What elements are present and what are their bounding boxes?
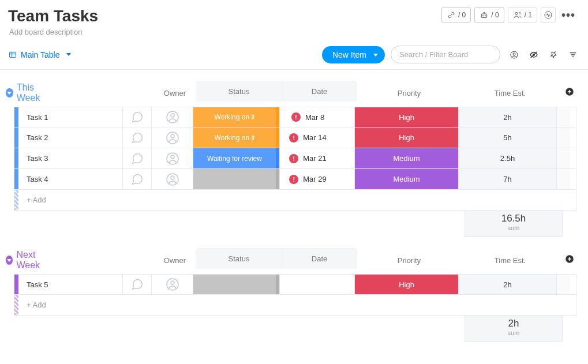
column-header-time[interactable]: Time Est. (461, 256, 559, 265)
person-filter-icon[interactable] (510, 50, 519, 59)
automations-badge[interactable]: / 0 (474, 7, 504, 23)
time-est-cell[interactable]: 7h (458, 169, 556, 189)
chat-icon[interactable] (122, 127, 151, 148)
activity-button[interactable] (541, 7, 556, 23)
group-title[interactable]: Next Week (16, 250, 51, 271)
row-spacer (556, 275, 570, 294)
row-color-bar (14, 295, 18, 315)
time-est-cell[interactable]: 2h (458, 275, 556, 294)
chat-icon[interactable] (122, 148, 151, 168)
status-cell[interactable] (193, 169, 279, 189)
column-header-date[interactable]: Date (282, 81, 357, 102)
robot-icon (480, 10, 489, 20)
hide-icon[interactable] (529, 50, 538, 59)
status-cell[interactable]: Working on it (193, 127, 279, 148)
priority-cell[interactable]: High (354, 107, 458, 127)
row-spacer (556, 169, 570, 189)
svg-point-11 (171, 114, 174, 117)
item-name[interactable]: Task 3 (18, 148, 122, 168)
chat-icon[interactable] (122, 169, 151, 189)
priority-cell[interactable]: High (354, 127, 458, 148)
item-name[interactable]: Task 5 (18, 275, 122, 294)
new-item-button[interactable]: New Item (322, 46, 385, 63)
collapse-icon[interactable] (6, 256, 13, 265)
item-name[interactable]: Task 1 (18, 107, 122, 127)
status-cell[interactable] (193, 275, 279, 294)
pin-icon[interactable] (549, 50, 558, 59)
date-cell[interactable]: !Mar 29 (279, 169, 354, 189)
add-item-row[interactable]: + Add (14, 295, 576, 316)
priority-cell[interactable]: Medium (354, 169, 458, 189)
time-est-cell[interactable]: 5h (458, 127, 556, 148)
date-cell[interactable]: !Mar 21 (279, 148, 354, 168)
overdue-icon: ! (289, 133, 298, 142)
page-title[interactable]: Team Tasks (8, 7, 98, 25)
column-header-status[interactable]: Status (196, 81, 282, 102)
header-actions: / 0 / 0 / 1 ••• (441, 7, 578, 23)
svg-point-13 (171, 134, 174, 138)
date-cell[interactable]: !Mar 14 (279, 127, 354, 148)
add-column-button[interactable] (559, 254, 580, 267)
time-est-cell[interactable]: 2h (458, 107, 556, 127)
overdue-icon: ! (291, 112, 301, 122)
column-header-priority[interactable]: Priority (357, 89, 461, 97)
svg-point-3 (515, 12, 518, 14)
status-cell[interactable]: Working on it (193, 107, 279, 127)
view-selector[interactable]: Main Table (8, 50, 71, 59)
column-header-time[interactable]: Time Est. (461, 89, 559, 97)
owner-cell[interactable] (151, 169, 193, 189)
table-row[interactable]: Task 4!Mar 29Medium7h (14, 169, 576, 190)
column-header-date[interactable]: Date (282, 248, 357, 269)
time-est-cell[interactable]: 2.5h (458, 148, 556, 168)
group-title[interactable]: This Week (17, 82, 51, 103)
chat-icon[interactable] (122, 107, 151, 127)
priority-cell[interactable]: High (354, 275, 458, 294)
integrations-count: / 0 (458, 11, 466, 19)
svg-point-7 (513, 52, 515, 55)
table-row[interactable]: Task 1Working on it!Mar 8High2h (14, 107, 576, 127)
chevron-down-icon (66, 53, 71, 56)
item-name[interactable]: Task 2 (18, 127, 122, 148)
row-spacer (556, 148, 570, 168)
chat-icon[interactable] (122, 275, 151, 294)
owner-cell[interactable] (151, 148, 193, 168)
table-row[interactable]: Task 2Working on it!Mar 14High5h (14, 127, 576, 148)
owner-cell[interactable] (151, 275, 193, 294)
svg-point-2 (485, 16, 486, 16)
svg-rect-5 (10, 52, 16, 57)
svg-point-17 (171, 176, 174, 179)
column-header-status[interactable]: Status (196, 248, 282, 269)
automations-count: / 0 (491, 11, 499, 19)
overdue-icon: ! (289, 175, 298, 184)
item-name[interactable]: Task 4 (18, 169, 122, 189)
board-description[interactable]: Add board description (0, 28, 588, 41)
more-menu-button[interactable]: ••• (559, 9, 578, 22)
filter-icon[interactable] (568, 50, 578, 59)
time-sum-cell: 2hsum (465, 316, 563, 342)
collapse-icon[interactable] (6, 88, 13, 97)
row-color-bar (14, 169, 18, 189)
owner-cell[interactable] (151, 127, 193, 148)
date-cell[interactable] (279, 275, 354, 294)
status-cell[interactable]: Waiting for review (193, 148, 279, 168)
search-input[interactable] (391, 46, 500, 63)
priority-cell[interactable]: Medium (354, 148, 458, 168)
row-color-bar (14, 190, 18, 210)
svg-rect-0 (482, 14, 487, 18)
add-item-row[interactable]: + Add (14, 190, 576, 211)
svg-point-20 (171, 281, 174, 284)
table-row[interactable]: Task 3Waiting for review!Mar 21Medium2.5… (14, 148, 576, 169)
owner-cell[interactable] (151, 107, 193, 127)
svg-point-1 (483, 16, 484, 16)
table-row[interactable]: Task 5High2h (14, 274, 576, 295)
add-column-button[interactable] (559, 87, 580, 100)
column-header-owner[interactable]: Owner (154, 256, 196, 265)
members-badge[interactable]: / 1 (508, 7, 537, 23)
overdue-icon: ! (289, 154, 298, 163)
integrations-badge[interactable]: / 0 (441, 7, 471, 23)
date-cell[interactable]: !Mar 8 (279, 107, 354, 127)
column-header-priority[interactable]: Priority (357, 256, 461, 265)
row-color-bar (14, 127, 18, 148)
column-header-owner[interactable]: Owner (154, 89, 196, 97)
svg-point-15 (171, 155, 174, 159)
